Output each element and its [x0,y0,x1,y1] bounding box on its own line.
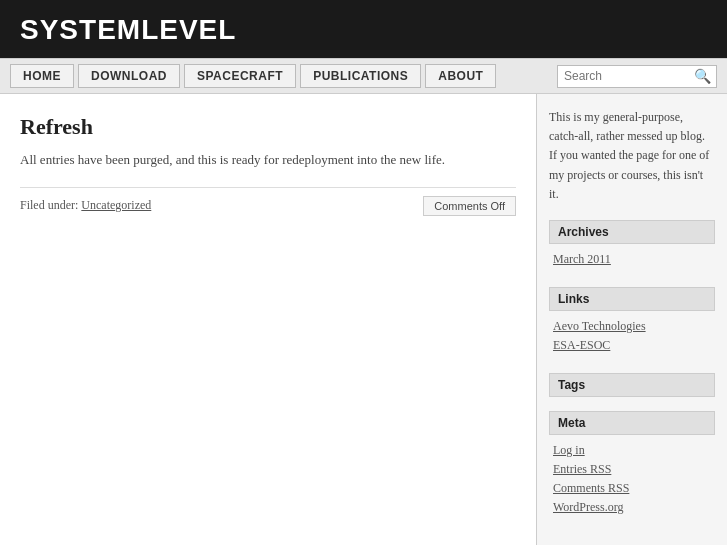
widget-title-meta: Meta [549,411,715,435]
search-input[interactable] [564,69,694,83]
widget-link-comments-rss[interactable]: Comments RSS [553,481,711,496]
navbar: HOMEDOWNLOADSPACECRAFTPUBLICATIONSABOUT … [0,58,727,94]
nav-item-about[interactable]: ABOUT [425,64,496,88]
widget-link-march-2011[interactable]: March 2011 [553,252,711,267]
widget-link-aevo-technologies[interactable]: Aevo Technologies [553,319,711,334]
post-title: Refresh [20,114,516,140]
widget-content-meta: Log inEntries RSSComments RSSWordPress.o… [549,441,715,521]
nav-item-download[interactable]: DOWNLOAD [78,64,180,88]
main-wrapper: Refresh All entries have been purged, an… [0,94,727,545]
post-footer: Filed under: Uncategorized Comments Off [20,187,516,216]
post-body: All entries have been purged, and this i… [20,150,516,171]
nav-item-publications[interactable]: PUBLICATIONS [300,64,421,88]
nav-item-spacecraft[interactable]: SPACECRAFT [184,64,296,88]
category-link[interactable]: Uncategorized [81,198,151,212]
site-title[interactable]: SYSTEMLEVEL [20,14,236,45]
nav-items: HOMEDOWNLOADSPACECRAFTPUBLICATIONSABOUT [10,64,557,88]
sidebar-widget-tags: Tags [549,373,715,397]
sidebar-widget-links: LinksAevo TechnologiesESA-ESOC [549,287,715,359]
site-header: SYSTEMLEVEL [0,0,727,58]
filed-under: Filed under: Uncategorized [20,198,151,213]
search-box[interactable]: 🔍 [557,65,717,88]
sidebar-intro: This is my general-purpose, catch-all, r… [549,108,715,204]
sidebar: This is my general-purpose, catch-all, r… [537,94,727,545]
sidebar-widget-archives: ArchivesMarch 2011 [549,220,715,273]
sidebar-widget-meta: MetaLog inEntries RSSComments RSSWordPre… [549,411,715,521]
widget-title-archives: Archives [549,220,715,244]
comments-off-button[interactable]: Comments Off [423,196,516,216]
widget-link-wordpress.org[interactable]: WordPress.org [553,500,711,515]
content-area: Refresh All entries have been purged, an… [0,94,537,545]
search-icon: 🔍 [694,68,711,85]
widget-content-archives: March 2011 [549,250,715,273]
nav-item-home[interactable]: HOME [10,64,74,88]
filed-under-label: Filed under: [20,198,78,212]
widget-link-esa-esoc[interactable]: ESA-ESOC [553,338,711,353]
widget-title-links: Links [549,287,715,311]
widget-content-links: Aevo TechnologiesESA-ESOC [549,317,715,359]
widget-link-log-in[interactable]: Log in [553,443,711,458]
sidebar-widgets: ArchivesMarch 2011LinksAevo Technologies… [549,220,715,521]
widget-title-tags: Tags [549,373,715,397]
widget-link-entries-rss[interactable]: Entries RSS [553,462,711,477]
